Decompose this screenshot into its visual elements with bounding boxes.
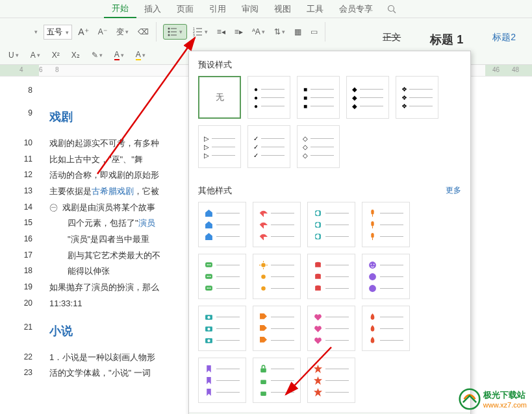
tab-view[interactable]: 视图: [266, 1, 299, 18]
bullet-list-button[interactable]: ▾: [163, 24, 187, 40]
line-number: 14: [13, 200, 32, 216]
svg-point-34: [210, 287, 211, 289]
svg-rect-17: [371, 210, 374, 215]
bullet-battery-icon[interactable]: [307, 254, 355, 299]
shading-icon[interactable]: ▭: [307, 25, 321, 38]
line-number: 8: [13, 83, 32, 98]
search-icon[interactable]: [387, 5, 396, 14]
svg-point-2: [168, 28, 170, 30]
svg-point-33: [209, 287, 210, 289]
line-spacing-icon[interactable]: ⇅▾: [271, 25, 288, 38]
watermark-logo-icon: [459, 388, 481, 410]
bullet-moon-icon[interactable]: [307, 202, 355, 247]
bullet-mic-icon[interactable]: [362, 202, 410, 247]
tab-review[interactable]: 审阅: [234, 1, 266, 18]
undo-dropdown-icon[interactable]: ▾: [30, 27, 41, 37]
line-number: 13: [13, 184, 32, 200]
clear-format-icon[interactable]: ⌫: [134, 25, 152, 38]
ruler-tick: 8: [55, 66, 59, 73]
bullet-bookmark-icon[interactable]: [198, 358, 246, 403]
svg-point-41: [261, 286, 266, 291]
bullet-home-icon[interactable]: [198, 202, 246, 247]
svg-point-40: [261, 274, 266, 279]
svg-point-51: [369, 273, 376, 280]
tab-start[interactable]: 开始: [104, 0, 136, 18]
decrease-indent-icon[interactable]: ≡◂: [214, 25, 229, 38]
line-number: 21: [13, 320, 32, 342]
text-effects-icon[interactable]: ᴬA▾: [249, 25, 268, 38]
svg-rect-47: [315, 286, 321, 291]
bullet-sun-icon[interactable]: [253, 254, 301, 299]
svg-point-49: [370, 263, 372, 265]
decrease-font-icon[interactable]: A⁻: [95, 25, 110, 38]
svg-point-58: [207, 339, 210, 341]
style-heading2[interactable]: 标题2: [483, 26, 526, 53]
increase-font-icon[interactable]: A⁺: [75, 25, 92, 39]
ruler-tick: 48: [512, 66, 519, 73]
font-size-select[interactable]: 五号 ▾: [44, 25, 72, 40]
ruler-tick: 46: [492, 66, 500, 73]
style-heading1[interactable]: 标题 1: [420, 26, 473, 53]
line-number: 20: [13, 296, 32, 312]
bullet-camera-icon[interactable]: [198, 306, 246, 351]
tab-reference[interactable]: 引用: [201, 1, 234, 18]
preset-section-title: 预设样式: [189, 51, 470, 76]
subscript-icon[interactable]: X₂: [68, 49, 83, 62]
watermark-name: 极光下载站: [483, 389, 527, 401]
bullet-diamond-filled[interactable]: ◆ ◆ ◆: [346, 76, 389, 119]
bullet-check[interactable]: ✓ ✓ ✓: [247, 125, 290, 168]
increase-indent-icon[interactable]: ≡▸: [231, 25, 246, 38]
more-link[interactable]: 更多: [446, 185, 461, 197]
bullet-disc[interactable]: ● ● ●: [247, 76, 290, 119]
superscript-icon[interactable]: X²: [49, 49, 63, 62]
bullet-none[interactable]: 无: [198, 76, 241, 119]
bullet-triangle[interactable]: ▷ ▷ ▷: [198, 125, 241, 168]
style-normal[interactable]: 正文: [373, 26, 411, 53]
svg-point-64: [459, 389, 479, 409]
bullet-square[interactable]: ■ ■ ■: [297, 76, 340, 119]
svg-rect-45: [315, 274, 321, 279]
bullet-diamond-mixed[interactable]: ❖ ❖ ❖: [396, 76, 438, 119]
svg-point-54: [207, 315, 210, 318]
tab-tools[interactable]: 工具: [299, 1, 331, 18]
bullet-tag-icon[interactable]: [253, 306, 301, 351]
bullet-flame-icon[interactable]: [362, 306, 410, 351]
ruler-tick: 4: [19, 66, 23, 73]
svg-rect-43: [315, 263, 321, 267]
tab-page[interactable]: 页面: [169, 1, 201, 18]
line-number: 17: [13, 248, 32, 264]
bullet-smile-icon[interactable]: [362, 254, 410, 299]
svg-point-35: [261, 263, 266, 267]
phonetic-icon[interactable]: 变▾: [113, 25, 132, 40]
bullet-lock-icon[interactable]: [253, 358, 301, 403]
bullet-dropdown-panel: 预设样式 无 ● ● ● ■ ■ ■ ◆ ◆ ◆ ❖ ❖ ❖ ▷ ▷ ▷ ✓: [188, 51, 471, 414]
bg-color-icon[interactable]: A▾: [133, 48, 149, 62]
tab-member[interactable]: 会员专享: [331, 1, 381, 18]
line-number: 18: [13, 263, 32, 280]
highlight-icon[interactable]: ✎▾: [88, 49, 106, 62]
svg-point-29: [209, 276, 210, 277]
line-number: 15: [13, 215, 32, 232]
svg-point-30: [210, 276, 211, 277]
bullet-heart-icon[interactable]: [307, 306, 355, 351]
number-list-icon[interactable]: 123▾: [190, 25, 211, 38]
underline-icon[interactable]: U▾: [5, 49, 22, 62]
bullet-diamond-outline[interactable]: ◇ ◇ ◇: [297, 125, 340, 168]
svg-point-0: [388, 5, 394, 11]
bullet-chat-icon[interactable]: [198, 254, 246, 299]
line-number: 11: [13, 152, 32, 168]
tab-insert[interactable]: 插入: [136, 1, 169, 18]
line-number: 22: [13, 350, 32, 366]
svg-rect-59: [260, 368, 266, 372]
ruler-tick: 6: [39, 66, 43, 73]
svg-rect-21: [371, 233, 374, 238]
border-icon[interactable]: ▦: [291, 25, 305, 38]
strikethrough-icon[interactable]: A▾: [27, 49, 44, 62]
line-number: 16: [13, 232, 32, 248]
bullet-star-icon[interactable]: [307, 358, 355, 403]
svg-point-25: [209, 264, 210, 265]
svg-rect-61: [260, 391, 266, 396]
font-color-icon[interactable]: A▾: [111, 48, 127, 62]
svg-rect-60: [260, 380, 266, 384]
bullet-umbrella-icon[interactable]: [253, 202, 301, 247]
